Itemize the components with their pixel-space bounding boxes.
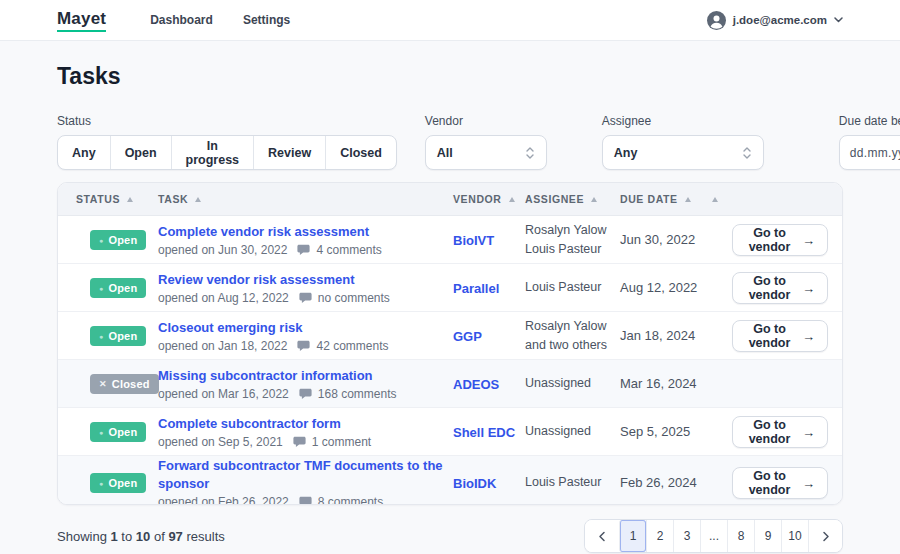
sort-icon: [509, 197, 515, 202]
task-link[interactable]: Review vendor risk assessment: [158, 272, 355, 287]
opened-date: opened on Feb 26, 2022: [158, 495, 289, 505]
header-vendor[interactable]: Vendor: [453, 193, 525, 205]
go-to-vendor-button[interactable]: Go to vendor→: [732, 416, 828, 448]
status-option-any[interactable]: Any: [58, 136, 110, 169]
go-to-vendor-button[interactable]: Go to vendor→: [732, 467, 828, 499]
vendor-cell: ADEOS: [453, 375, 525, 393]
arrow-right-icon: →: [802, 329, 815, 344]
task-meta: opened on Aug 12, 2022 no comments: [158, 291, 453, 305]
logo[interactable]: Mayet: [57, 9, 106, 32]
header-status[interactable]: Status: [76, 193, 158, 205]
page-10[interactable]: 10: [781, 520, 808, 552]
chevron-left-icon: [598, 531, 606, 542]
updown-chevron-icon: [525, 146, 535, 160]
user-menu[interactable]: j.doe@acme.com: [707, 11, 843, 30]
header-sort-only[interactable]: [712, 197, 732, 202]
vendor-link[interactable]: Shell EDC: [453, 425, 515, 440]
status-icon: ●: [99, 429, 103, 436]
task-link[interactable]: Complete subcontractor form: [158, 416, 341, 431]
task-cell: Review vendor risk assessment opened on …: [158, 270, 453, 305]
results-summary: Showing 1 to 10 of 97 results: [57, 529, 225, 544]
chevron-right-icon: [822, 531, 830, 542]
chevron-down-icon: [834, 17, 843, 23]
comment-count: 1 comment: [312, 435, 371, 449]
comment-count: 168 comments: [318, 387, 397, 401]
arrow-right-icon: →: [802, 233, 815, 248]
status-cell: ●Open: [76, 229, 158, 251]
page-2[interactable]: 2: [646, 520, 673, 552]
go-to-vendor-button[interactable]: Go to vendor→: [732, 272, 828, 304]
header-due-date[interactable]: Due date: [620, 193, 712, 205]
header-task[interactable]: Task: [158, 193, 453, 205]
opened-date: opened on Jun 30, 2022: [158, 243, 287, 257]
status-cell: ●Open: [76, 472, 158, 494]
vendor-cell: Parallel: [453, 279, 525, 297]
due-date: Feb 26, 2024: [620, 475, 712, 490]
topbar: Mayet Dashboard Settings j.doe@acme.com: [0, 0, 900, 41]
vendor-link[interactable]: Parallel: [453, 281, 499, 296]
arrow-right-icon: →: [802, 476, 815, 491]
assignee-cell: Rosalyn YalowLouis Pasteur: [525, 221, 620, 257]
header-assignee[interactable]: Assignee: [525, 193, 620, 205]
nav-dashboard[interactable]: Dashboard: [150, 13, 213, 27]
due-date-filter-group: Due date before dd.mm.yyyy: [839, 114, 900, 170]
table-row: ✕Closed Missing subcontractor informatio…: [58, 360, 842, 408]
status-option-closed[interactable]: Closed: [325, 136, 396, 169]
status-option-review[interactable]: Review: [253, 136, 325, 169]
status-icon: ●: [99, 285, 103, 292]
table-row: ●Open Complete vendor risk assessment op…: [58, 216, 842, 264]
arrow-right-icon: →: [802, 281, 815, 296]
assignee-select[interactable]: Any: [602, 135, 764, 170]
vendor-filter-label: Vendor: [425, 114, 547, 128]
assignee-cell: Louis Pasteur: [525, 278, 620, 296]
opened-date: opened on Mar 16, 2022: [158, 387, 289, 401]
status-option-open[interactable]: Open: [110, 136, 171, 169]
pagination-next[interactable]: [808, 520, 842, 552]
opened-date: opened on Jan 18, 2022: [158, 339, 287, 353]
status-icon: ●: [99, 237, 103, 244]
user-email: j.doe@acme.com: [733, 14, 827, 26]
table-body: ●Open Complete vendor risk assessment op…: [58, 216, 842, 504]
page-title: Tasks: [57, 63, 843, 90]
pagination: 123...8910: [584, 519, 843, 553]
task-link[interactable]: Closeout emerging risk: [158, 320, 302, 335]
go-to-vendor-button[interactable]: Go to vendor→: [732, 320, 828, 352]
assignee-cell: Unassigned: [525, 422, 620, 440]
main-nav: Dashboard Settings: [150, 13, 290, 27]
due-date-input[interactable]: dd.mm.yyyy: [839, 135, 900, 170]
vendor-link[interactable]: GGP: [453, 329, 482, 344]
page-3[interactable]: 3: [673, 520, 700, 552]
vendor-link[interactable]: BioIDK: [453, 476, 496, 491]
action-cell: Go to vendor→: [732, 466, 828, 499]
assignee-filter-group: Assignee Any: [602, 114, 764, 170]
vendor-link[interactable]: BioIVT: [453, 233, 494, 248]
vendor-cell: Shell EDC: [453, 423, 525, 441]
task-link[interactable]: Complete vendor risk assessment: [158, 224, 369, 239]
status-cell: ●Open: [76, 325, 158, 347]
table-row: ●Open Review vendor risk assessment open…: [58, 264, 842, 312]
status-cell: ✕Closed: [76, 373, 158, 394]
comment-icon: [297, 244, 310, 256]
pagination-prev[interactable]: [585, 520, 619, 552]
due-date: Mar 16, 2024: [620, 376, 712, 391]
status-option-in-progress[interactable]: In progress: [171, 136, 253, 169]
task-cell: Closeout emerging risk opened on Jan 18,…: [158, 318, 453, 353]
nav-settings[interactable]: Settings: [243, 13, 290, 27]
status-badge: ●Open: [90, 230, 146, 250]
go-to-vendor-button[interactable]: Go to vendor→: [732, 224, 828, 256]
vendor-link[interactable]: ADEOS: [453, 377, 499, 392]
page-9[interactable]: 9: [754, 520, 781, 552]
assignee-select-value: Any: [614, 146, 638, 160]
status-filter: AnyOpenIn progressReviewClosed: [57, 135, 397, 170]
status-badge: ●Open: [90, 422, 146, 442]
page-1[interactable]: 1: [619, 520, 646, 552]
status-filter-group: Status AnyOpenIn progressReviewClosed: [57, 114, 397, 170]
task-link[interactable]: Missing subcontractor information: [158, 368, 373, 383]
comment-icon: [299, 292, 312, 304]
status-badge: ●Open: [90, 326, 146, 346]
comment-count: no comments: [318, 291, 390, 305]
page-8[interactable]: 8: [727, 520, 754, 552]
vendor-select[interactable]: All: [425, 135, 547, 170]
page-ellipsis[interactable]: ...: [700, 520, 727, 552]
task-link[interactable]: Forward subcontractor TMF documents to t…: [158, 458, 443, 491]
